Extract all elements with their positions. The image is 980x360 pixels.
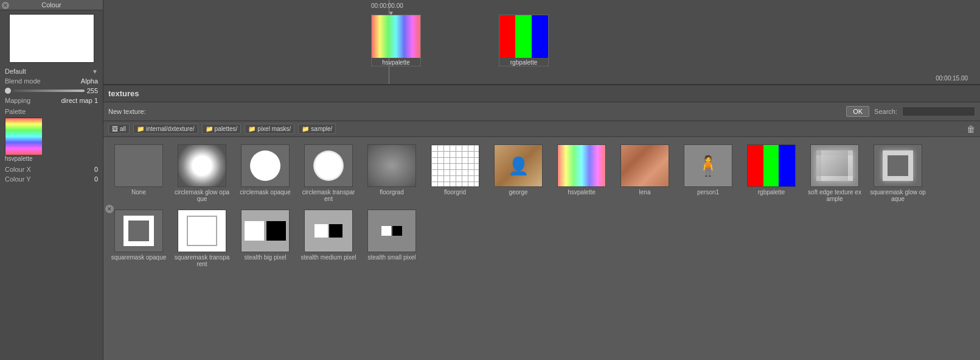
hsv-mini-gradient [558,144,605,187]
texture-thumb-george: 👤 [494,144,543,187]
folder-bar: 🖼 all 📁 internal/dxtexture/ 📁 palettes/ … [103,121,980,137]
texture-thumb-squaremask-opaque [114,210,163,252]
texture-thumb-lena [620,144,669,187]
texture-item-person1[interactable]: 🧍 person1 [678,142,738,198]
texture-name-squaremask-glow: squaremask glow opaque [870,189,926,202]
folder-all-label: all [120,125,126,132]
texture-browser-title: textures [108,89,139,98]
texture-name-stealth-big: stealth big pixel [245,254,287,261]
folder-sample[interactable]: 📁 sample/ [298,124,336,134]
texture-item-squaremask-glow[interactable]: squaremask glow opaque [867,142,928,205]
colour-header: ✕ Colour [0,0,103,10]
mapping-row: Mapping direct map 1 [0,96,103,105]
texture-item-george[interactable]: 👤 george [488,142,549,198]
right-area: 00:00:00.00 ▼ hsvpalette rgbpalette 00:0… [103,0,980,360]
search-input[interactable] [902,107,975,116]
mapping-value: direct map 1 [61,97,98,104]
default-label: Default [5,68,26,75]
folder-pixelmasks-icon: 📁 [248,125,255,132]
texture-thumb-squaremask-glow [874,144,922,187]
texture-thumb-circlemask-glow [178,144,226,187]
texture-item-stealth-small[interactable]: stealth small pixel [361,207,422,263]
timeline-clip-hsv[interactable]: hsvpalette [371,15,421,66]
circle-white-shape [250,150,280,181]
folder-palettes[interactable]: 📁 palettes/ [202,124,242,134]
alpha-slider[interactable] [13,90,85,92]
alpha-value: 255 [87,87,98,94]
folder-pixelmasks-label: pixel masks/ [257,125,291,132]
palette-name: hsvpalette [5,155,98,162]
texture-thumb-floorgrid [431,144,479,187]
texture-grid: None circlemask glow opaque circlemask o… [103,137,980,275]
texture-item-circlemask-opaque[interactable]: circlemask opaque [235,142,296,198]
search-label: Search: [874,108,897,115]
colour-x-label: Colour X [5,166,31,173]
timeline-clip-rgb[interactable]: rgbpalette [499,15,549,66]
texture-item-squaremask-opaque[interactable]: squaremask opaque [108,207,169,263]
texture-name-circlemask-glow: circlemask glow opaque [174,189,230,202]
texture-browser-close[interactable]: ✕ [105,204,114,214]
palette-thumbnail[interactable] [5,118,41,154]
folder-internal-icon: 📁 [137,125,144,132]
folder-palettes-icon: 📁 [206,125,213,132]
texture-item-lena[interactable]: lena [614,142,675,198]
clip-label-rgb: rgbpalette [510,59,537,66]
texture-item-circlemask-transparent[interactable]: circlemask transparent [298,142,359,205]
folder-pixelmasks[interactable]: 📁 pixel masks/ [245,124,294,134]
texture-item-floorgrid[interactable]: floorgrid [425,142,485,198]
palette-section: Palette hsvpalette [0,105,103,164]
colour-x-value: 0 [94,166,98,173]
folder-sample-icon: 📁 [302,125,309,132]
sq-glow-shape [883,150,913,181]
texture-name-floorgrad: floorgrad [380,189,403,196]
colour-y-label: Colour Y [5,175,31,183]
close-button[interactable]: ✕ [1,1,10,10]
colour-preview [9,14,94,63]
texture-thumb-person1: 🧍 [684,144,732,187]
clip-label-hsv: hsvpalette [382,59,410,66]
colour-y-value: 0 [94,175,98,183]
texture-item-floorgrad[interactable]: floorgrad [361,142,422,198]
timeline-time-start: 00:00:00.00 [371,2,403,9]
texture-item-rgbpalette[interactable]: rgbpalette [741,142,802,198]
folder-internal[interactable]: 📁 internal/dxtexture/ [133,124,198,134]
new-texture-label: New texture: [108,108,146,115]
ok-button[interactable]: OK [846,106,869,117]
stealth-med-black [329,224,342,238]
texture-thumb-rgbpalette [747,144,796,187]
default-row: Default ▼ [0,66,103,76]
clip-thumb-hsv [372,15,420,58]
blend-mode-value: Alpha [81,77,98,85]
texture-thumb-stealth-small [367,210,416,252]
texture-name-squaremask-transparent: squaremask transparent [174,254,230,267]
delete-button[interactable]: 🗑 [967,124,975,134]
default-dropdown-arrow[interactable]: ▼ [92,68,98,75]
stealth-med-white [315,224,328,238]
texture-thumb-hsvpalette [557,144,606,187]
texture-name-person1: person1 [697,189,719,196]
texture-item-stealth-big[interactable]: stealth big pixel [235,207,296,263]
texture-thumb-circlemask-transparent [304,144,353,187]
stealth-small-white [381,226,391,236]
folder-all[interactable]: 🖼 all [108,124,130,134]
soft-edge-inner-shape [816,150,853,181]
texture-item-stealth-medium[interactable]: stealth medium pixel [298,207,359,263]
alpha-circle-icon [5,88,11,94]
alpha-row: 255 [0,86,103,96]
texture-thumb-stealth-medium [304,210,353,252]
texture-item-none[interactable]: None [108,142,169,198]
colour-title: Colour [41,1,61,9]
texture-item-squaremask-transparent[interactable]: squaremask transparent [172,207,232,270]
texture-item-hsvpalette[interactable]: hsvpalette [551,142,612,198]
circle-transparent-shape [313,150,344,181]
texture-name-george: george [509,189,527,196]
texture-item-soft-edge[interactable]: soft edge texture example [804,142,865,205]
texture-thumb-soft-edge [810,144,859,187]
colour-x-row: Colour X 0 [0,164,103,174]
stealth-big-white [245,221,264,241]
texture-item-circlemask-glow[interactable]: circlemask glow opaque [172,142,232,205]
folder-sample-label: sample/ [311,125,332,132]
texture-name-circlemask-opaque: circlemask opaque [240,189,290,196]
texture-thumb-circlemask-opaque [241,144,290,187]
texture-name-squaremask-opaque: squaremask opaque [111,254,167,261]
